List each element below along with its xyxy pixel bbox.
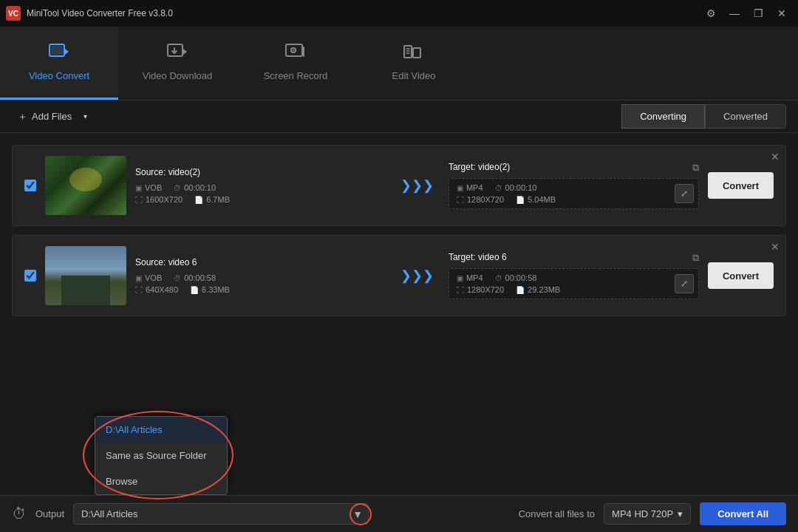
- duration-icon-2: ⏱: [174, 274, 181, 282]
- target-duration-icon-2: ⏱: [495, 274, 502, 282]
- file-1-target: Target: video(2) ⧉ ▣ MP4 ⏱ 00:00:10: [449, 162, 699, 209]
- convert-all-button[interactable]: Convert All: [700, 502, 786, 525]
- file-1-target-size-value: 5.04MB: [528, 195, 556, 204]
- file-2-source-title: Source: video 6: [135, 257, 386, 267]
- add-files-button[interactable]: ＋ Add Files: [12, 106, 78, 128]
- titlebar-left: VC MiniTool Video Converter Free v3.8.0: [6, 6, 173, 21]
- output-clock-icon: ⏱: [12, 505, 27, 522]
- titlebar-controls: ⚙ — ❐ ✕: [700, 3, 792, 24]
- file-1-size: 📄 6.7MB: [194, 195, 230, 204]
- file-2-target-resolution-value: 1280X720: [467, 285, 504, 294]
- scale-button-2[interactable]: ⤢: [675, 274, 694, 293]
- output-dropdown-button[interactable]: ▼: [349, 507, 366, 522]
- convert-arrow-1: ❯❯❯: [395, 177, 440, 194]
- file-1-size-value: 6.7MB: [206, 195, 230, 204]
- file-1-target-resolution: ⛶ 1280X720: [457, 195, 504, 204]
- convert-all-format-selector[interactable]: MP4 HD 720P ▾: [604, 503, 691, 525]
- file-2-resolution-value: 640X480: [146, 285, 178, 294]
- file-2-target-title: Target: video 6: [449, 252, 507, 262]
- file-1-checkbox[interactable]: [24, 180, 36, 191]
- resolution-icon-2: ⛶: [135, 286, 143, 294]
- file-2-target-row-2: ⛶ 1280X720 📄 29.23MB: [457, 285, 691, 294]
- format-icon-2: ▣: [135, 274, 142, 282]
- tab-video-download-label: Video Download: [143, 70, 212, 81]
- file-1-target-meta: ▣ MP4 ⏱ 00:00:10 ⛶ 1280X720 📄 5: [449, 178, 699, 209]
- format-dropdown-icon: ▾: [678, 508, 683, 519]
- svg-point-5: [293, 50, 294, 51]
- file-2-target-row-1: ▣ MP4 ⏱ 00:00:58: [457, 273, 691, 282]
- file-1-target-size: 📄 5.04MB: [516, 195, 556, 204]
- subtab-converted[interactable]: Converted: [705, 104, 786, 129]
- target-label-1: Target:: [449, 162, 476, 172]
- file-1-format-value: VOB: [145, 183, 162, 192]
- tab-video-download[interactable]: Video Download: [118, 27, 236, 100]
- target-format-icon-1: ▣: [457, 184, 463, 192]
- file-1-target-title: Target: video(2): [449, 162, 510, 172]
- settings-button[interactable]: ⚙: [700, 3, 721, 24]
- target-label-2: Target:: [449, 252, 476, 262]
- edit-video-icon: [403, 44, 424, 64]
- card-close-1[interactable]: ✕: [771, 151, 780, 162]
- file-2-thumbnail: [45, 246, 126, 305]
- file-2-resolution: ⛶ 640X480: [135, 285, 178, 294]
- convert-all-label: Convert all files to: [519, 508, 595, 519]
- file-2-format-value: VOB: [145, 273, 162, 282]
- file-2-target-duration-value: 00:00:58: [505, 273, 537, 282]
- duration-icon-1: ⏱: [174, 184, 181, 192]
- subtabs-bar: ＋ Add Files ▾ Converting Converted: [0, 100, 798, 133]
- format-icon-1: ▣: [135, 184, 142, 192]
- target-name-2: video 6: [478, 252, 507, 262]
- card-close-2[interactable]: ✕: [771, 242, 780, 252]
- output-path-wrapper: ▼: [73, 503, 369, 525]
- file-1-thumbnail: [45, 156, 126, 215]
- svg-rect-7: [413, 48, 420, 58]
- dropdown-item-same-as-source[interactable]: Same as Source Folder: [95, 443, 227, 468]
- file-2-size-value: 6.33MB: [202, 285, 230, 294]
- subtab-converting[interactable]: Converting: [621, 104, 705, 129]
- resolution-icon-1: ⛶: [135, 196, 143, 204]
- target-size-icon-2: 📄: [516, 286, 525, 294]
- target-duration-icon-1: ⏱: [495, 184, 502, 192]
- file-2-target-resolution: ⛶ 1280X720: [457, 285, 504, 294]
- tab-screen-record[interactable]: Screen Record: [236, 27, 355, 100]
- file-1-duration: ⏱ 00:00:10: [174, 183, 216, 192]
- add-files-dropdown-button[interactable]: ▾: [78, 108, 92, 126]
- target-edit-icon-2[interactable]: ⧉: [692, 252, 699, 264]
- file-1-target-format-value: MP4: [466, 183, 483, 192]
- dropdown-item-all-articles[interactable]: D:\All Articles: [95, 417, 227, 443]
- tab-video-convert[interactable]: Video Convert: [0, 27, 118, 100]
- file-1-format: ▣ VOB: [135, 183, 162, 192]
- video-convert-icon: [49, 44, 69, 64]
- file-2-checkbox[interactable]: [24, 270, 36, 282]
- file-1-duration-value: 00:00:10: [184, 183, 216, 192]
- file-1-target-row-2: ⛶ 1280X720 📄 5.04MB: [457, 195, 691, 204]
- file-1-meta-row-2: ⛶ 1600X720 📄 6.7MB: [135, 195, 386, 204]
- file-1-target-duration-value: 00:00:10: [505, 183, 537, 192]
- file-2-target-format: ▣ MP4: [457, 273, 483, 282]
- titlebar: VC MiniTool Video Converter Free v3.8.0 …: [0, 0, 798, 27]
- output-dropdown-popup: D:\All Articles Same as Source Folder Br…: [95, 416, 228, 495]
- file-2-size: 📄 6.33MB: [190, 285, 230, 294]
- maximize-button[interactable]: ❐: [748, 3, 768, 24]
- convert-button-1[interactable]: Convert: [708, 172, 774, 199]
- close-button[interactable]: ✕: [771, 3, 792, 24]
- minimize-button[interactable]: —: [724, 3, 745, 24]
- tab-screen-record-label: Screen Record: [264, 70, 328, 81]
- add-files-label: Add Files: [32, 111, 72, 122]
- convert-button-2[interactable]: Convert: [708, 262, 774, 289]
- tab-edit-video-label: Edit Video: [392, 70, 435, 81]
- scale-button-1[interactable]: ⤢: [675, 184, 694, 203]
- file-2-target: Target: video 6 ⧉ ▣ MP4 ⏱ 00:00:58: [449, 252, 699, 299]
- file-1-target-duration: ⏱ 00:00:10: [495, 183, 537, 192]
- file-1-target-format: ▣ MP4: [457, 183, 483, 192]
- target-edit-icon-1[interactable]: ⧉: [692, 162, 699, 174]
- nav-tabs: Video Convert Video Download Screen Reco…: [0, 27, 798, 100]
- dropdown-item-browse[interactable]: Browse: [95, 468, 227, 494]
- file-1-source-title: Source: video(2): [135, 167, 386, 177]
- file-2-source: Source: video 6 ▣ VOB ⏱ 00:00:58 ⛶: [135, 257, 386, 294]
- output-path-input[interactable]: [73, 503, 369, 525]
- file-2-meta-row-2: ⛶ 640X480 📄 6.33MB: [135, 285, 386, 294]
- target-name-1: video(2): [478, 162, 510, 172]
- source-label-2: Source:: [135, 257, 166, 267]
- tab-edit-video[interactable]: Edit Video: [355, 27, 473, 100]
